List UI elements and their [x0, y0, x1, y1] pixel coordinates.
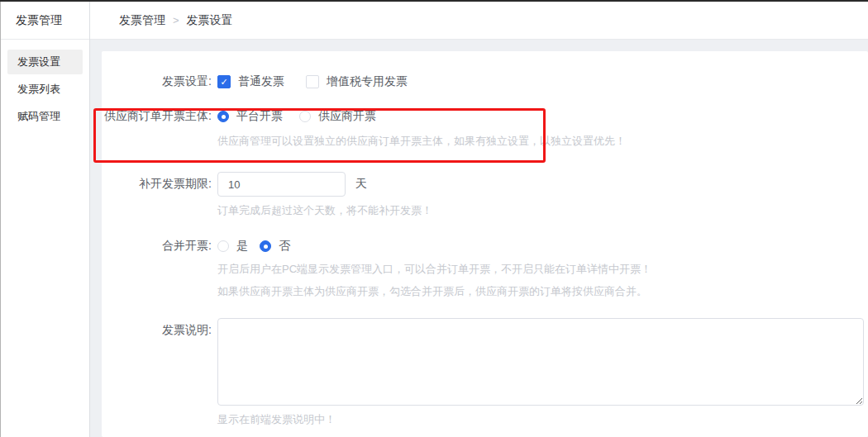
- merge-invoice-helper-1: 开启后用户在PC端显示发票管理入口，可以合并订单开票，不开启只能在订单详情中开票…: [217, 262, 651, 277]
- reissue-deadline-unit: 天: [355, 177, 367, 192]
- sidebar-item-invoice-settings[interactable]: 发票设置: [7, 50, 83, 74]
- checkbox-option-vat-special-invoice[interactable]: 增值税专用发票: [306, 74, 408, 89]
- sidebar-item-code-management[interactable]: 赋码管理: [7, 104, 83, 129]
- supplier-subject-helper-row: 供应商管理可以设置独立的供应商订单开票主体，如果有独立设置，以独立设置优先！: [102, 134, 868, 149]
- radio-option-platform-invoicing[interactable]: 平台开票: [217, 109, 283, 124]
- invoice-note-textarea[interactable]: [217, 318, 864, 406]
- breadcrumb-item-invoice-management[interactable]: 发票管理: [119, 13, 165, 28]
- reissue-deadline-helper: 订单完成后超过这个天数，将不能补开发票！: [217, 203, 432, 218]
- checkbox-option-ordinary-invoice[interactable]: ✓ 普通发票: [217, 74, 284, 89]
- invoice-note-helper: 显示在前端发票说明中！: [217, 412, 336, 427]
- content-area: 发票设置: ✓ 普通发票 增值税专用发票 供应商订单开票主体:: [90, 40, 868, 437]
- radio-option-supplier-invoicing[interactable]: 供应商开票: [299, 109, 376, 124]
- breadcrumb-item-invoice-settings: 发票设置: [187, 13, 233, 28]
- sidebar: 发票管理 发票设置 发票列表 赋码管理: [1, 2, 90, 437]
- row-supplier-subject: 供应商订单开票主体: 平台开票 供应商开票: [102, 109, 868, 124]
- checkbox-checked-icon[interactable]: ✓: [217, 75, 231, 88]
- merge-invoice-label: 合并开票:: [102, 239, 212, 254]
- radio-checked-icon[interactable]: [260, 240, 271, 252]
- app-container: 发票管理 发票设置 发票列表 赋码管理 发票管理 > 发票设置 发票设置: ✓ …: [0, 2, 868, 437]
- reissue-deadline-label: 补开发票期限:: [102, 177, 212, 192]
- merge-invoice-helper-2: 如果供应商开票主体为供应商开票，勾选合并开票后，供应商开票的订单将按供应商合并。: [217, 284, 647, 299]
- merge-invoice-helper-row-2: 如果供应商开票主体为供应商开票，勾选合并开票后，供应商开票的订单将按供应商合并。: [102, 284, 868, 299]
- supplier-subject-label: 供应商订单开票主体:: [102, 109, 212, 124]
- checkbox-label[interactable]: 增值税专用发票: [327, 74, 408, 89]
- radio-label[interactable]: 供应商开票: [318, 109, 376, 124]
- checkbox-unchecked-icon[interactable]: [306, 75, 319, 88]
- invoice-type-label: 发票设置:: [102, 74, 212, 89]
- radio-label[interactable]: 是: [236, 239, 248, 254]
- radio-checked-icon[interactable]: [217, 111, 229, 122]
- breadcrumb: 发票管理 > 发票设置: [90, 2, 868, 40]
- checkbox-label[interactable]: 普通发票: [238, 74, 284, 89]
- supplier-subject-helper: 供应商管理可以设置独立的供应商订单开票主体，如果有独立设置，以独立设置优先！: [217, 134, 626, 149]
- radio-label[interactable]: 否: [279, 239, 290, 254]
- breadcrumb-separator-icon: >: [173, 14, 179, 26]
- radio-unchecked-icon[interactable]: [217, 240, 229, 252]
- invoice-note-helper-row: 显示在前端发票说明中！: [102, 412, 868, 427]
- reissue-deadline-helper-row: 订单完成后超过这个天数，将不能补开发票！: [102, 203, 868, 218]
- main-area: 发票管理 > 发票设置 发票设置: ✓ 普通发票 增值税专用发票: [90, 2, 868, 437]
- radio-option-merge-yes[interactable]: 是: [217, 239, 248, 254]
- sidebar-title: 发票管理: [1, 2, 89, 40]
- row-reissue-deadline: 补开发票期限: 天: [102, 172, 868, 197]
- radio-label[interactable]: 平台开票: [236, 109, 283, 124]
- invoice-note-label: 发票说明:: [102, 318, 212, 338]
- settings-card: 发票设置: ✓ 普通发票 增值税专用发票 供应商订单开票主体:: [102, 51, 868, 437]
- radio-unchecked-icon[interactable]: [299, 111, 311, 122]
- reissue-deadline-input[interactable]: [217, 172, 346, 197]
- sidebar-item-invoice-list[interactable]: 发票列表: [7, 77, 83, 102]
- radio-option-merge-no[interactable]: 否: [260, 239, 290, 254]
- row-invoice-note: 发票说明:: [102, 318, 868, 406]
- merge-invoice-helper-row-1: 开启后用户在PC端显示发票管理入口，可以合并订单开票，不开启只能在订单详情中开票…: [102, 262, 868, 277]
- sidebar-menu: 发票设置 发票列表 赋码管理: [1, 40, 89, 141]
- row-invoice-type: 发票设置: ✓ 普通发票 增值税专用发票: [102, 74, 868, 89]
- row-merge-invoice: 合并开票: 是 否: [102, 239, 868, 254]
